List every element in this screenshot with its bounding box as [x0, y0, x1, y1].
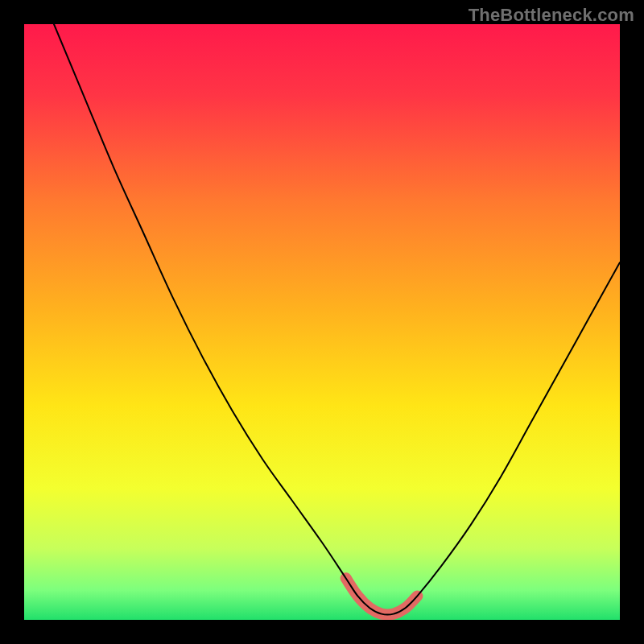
bottleneck-chart [24, 24, 620, 620]
gradient-background [24, 24, 620, 620]
plot-area [24, 24, 620, 620]
chart-frame: TheBottleneck.com [0, 0, 644, 644]
watermark-text: TheBottleneck.com [469, 5, 634, 26]
